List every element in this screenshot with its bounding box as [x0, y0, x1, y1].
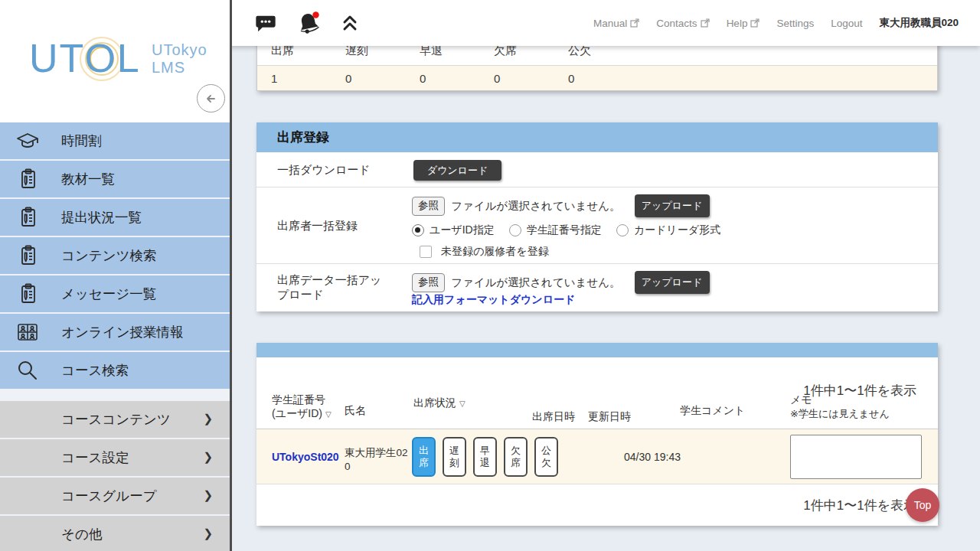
- format-download-link[interactable]: 記入用フォーマットダウンロード: [412, 293, 575, 307]
- username-label: 東大用教職員020: [879, 16, 959, 30]
- column-update-time: 更新日時: [588, 409, 631, 423]
- clipboard-icon: [15, 282, 40, 306]
- sort-icon[interactable]: ▽: [459, 399, 466, 408]
- memo-textarea[interactable]: [790, 435, 922, 479]
- column-memo: メモ ※学生には見えません: [790, 393, 890, 421]
- logo-subtitle: UTokyoLMS: [152, 41, 207, 77]
- attendee-bulk-register-row: 出席者一括登録 参照 ファイルが選択されていません。 アップロード ユーザID指…: [256, 187, 938, 264]
- external-link-icon: [750, 18, 760, 28]
- radio-student-card-number[interactable]: [509, 224, 521, 236]
- topbar-icon-group: [230, 10, 360, 36]
- utol-logo: UTOL UTokyoLMS: [29, 31, 213, 95]
- upload-button[interactable]: アップロード: [635, 271, 710, 294]
- summary-value-row: 1 0 0 0 0: [257, 65, 937, 90]
- attendance-data-upload-row: 出席データ一括アップロード 参照 ファイルが選択されていません。 アップロード …: [256, 264, 938, 311]
- people-grid-icon: [15, 320, 40, 344]
- summary-value-present: 1: [257, 72, 332, 85]
- register-unregistered-checkbox[interactable]: [420, 246, 432, 258]
- status-button-early-leave[interactable]: 早退: [473, 437, 497, 477]
- graduation-cap-icon: [15, 129, 40, 153]
- sidebar-item-content-search[interactable]: コンテンツ検索: [0, 237, 230, 274]
- messages-icon[interactable]: [254, 11, 277, 34]
- settings-link[interactable]: Settings: [776, 18, 814, 29]
- summary-value-late: 0: [332, 72, 406, 85]
- upload-button[interactable]: アップロード: [635, 194, 710, 217]
- sidebar-item-materials[interactable]: 教材一覧: [0, 161, 230, 197]
- sidebar-item-course-group[interactable]: コースグループ ❯: [0, 478, 230, 514]
- student-id-link[interactable]: UTokyoSt020: [272, 451, 339, 463]
- status-button-late[interactable]: 遅刻: [443, 437, 466, 477]
- register-unregistered-checkline: 未登録の履修者を登録: [420, 245, 549, 259]
- download-button[interactable]: ダウンロード: [413, 160, 501, 181]
- status-button-excused[interactable]: 公欠: [534, 437, 558, 477]
- arrow-left-icon: [203, 90, 220, 107]
- update-time-value: 04/30 19:43: [624, 451, 681, 463]
- attendance-register-title: 出席登録: [256, 122, 938, 152]
- status-button-absent[interactable]: 欠席: [504, 437, 528, 477]
- attendance-data-upload-label: 出席データ一括アップロード: [277, 273, 392, 302]
- attendance-register-panel: 出席登録 一括ダウンロード ダウンロード 出席者一括登録 参照 ファイルが選択さ…: [256, 122, 938, 311]
- search-icon: [15, 358, 40, 383]
- browse-file-button[interactable]: 参照: [412, 273, 445, 292]
- student-table-header: 1件中1〜1件を表示 学生証番号 (ユーザID) ▽ 氏名 出席状況 ▽ 出席日…: [256, 357, 938, 429]
- file-select-line: 参照 ファイルが選択されていません。 アップロード: [412, 271, 710, 294]
- external-link-icon: [630, 18, 639, 28]
- browse-file-button[interactable]: 参照: [412, 197, 445, 216]
- student-name: 東大用学生020: [345, 446, 409, 474]
- table-top-band: [256, 343, 938, 357]
- summary-value-absent: 0: [480, 72, 554, 85]
- no-file-selected-text: ファイルが選択されていません。: [451, 276, 621, 290]
- logo-title: UTOL: [29, 35, 141, 81]
- sidebar-item-course-settings[interactable]: コース設定 ❯: [0, 439, 230, 476]
- notifications-bell-icon[interactable]: [296, 10, 322, 36]
- clipboard-icon: [15, 243, 40, 268]
- contacts-link[interactable]: Contacts: [656, 18, 709, 29]
- logout-link[interactable]: Logout: [831, 18, 862, 29]
- sort-icon[interactable]: ▽: [325, 410, 332, 419]
- status-button-present[interactable]: 出席: [412, 437, 436, 477]
- register-unregistered-label[interactable]: 未登録の履修者を登録: [441, 245, 549, 259]
- clipboard-icon: [15, 205, 40, 230]
- student-attendance-table: 1件中1〜1件を表示 学生証番号 (ユーザID) ▽ 氏名 出席状況 ▽ 出席日…: [256, 343, 938, 526]
- status-button-group: 出席 遅刻 早退 欠席 公欠: [412, 437, 558, 477]
- sidebar-item-others[interactable]: その他 ❯: [0, 516, 230, 551]
- chevron-right-icon: ❯: [203, 412, 213, 425]
- radio-user-id[interactable]: [412, 224, 424, 236]
- sidebar-logo-area: UTOL UTokyoLMS: [0, 0, 230, 122]
- column-status[interactable]: 出席状況 ▽: [413, 396, 466, 409]
- student-table-footer: 1件中1〜1件を表示: [256, 484, 938, 526]
- attendee-bulk-register-label: 出席者一括登録: [277, 219, 358, 233]
- column-attend-time: 出席日時: [532, 409, 575, 423]
- help-link[interactable]: Help: [727, 18, 760, 29]
- sidebar-item-message-list[interactable]: メッセージ一覧: [0, 276, 230, 312]
- topbar: Manual Contacts Help Settings Logout 東大用…: [230, 0, 980, 46]
- file-select-line: 参照 ファイルが選択されていません。 アップロード: [412, 194, 710, 217]
- external-link-icon: [701, 18, 710, 28]
- manual-link[interactable]: Manual: [593, 18, 639, 29]
- sidebar-content-divider: [230, 0, 232, 551]
- column-name: 氏名: [345, 403, 366, 417]
- sidebar-item-course-search[interactable]: コース検索: [0, 352, 230, 389]
- sidebar-item-timetable[interactable]: 時間割: [0, 122, 230, 159]
- summary-value-early-leave: 0: [406, 72, 480, 85]
- sidebar: UTOL UTokyoLMS 時間割 教材一覧 提出状況一覧 コンテンツ検索: [0, 0, 230, 551]
- student-row: UTokyoSt020 東大用学生020 出席 遅刻 早退 欠席 公欠 04/3…: [256, 429, 938, 484]
- chevron-right-icon: ❯: [203, 450, 213, 464]
- scroll-to-top-button[interactable]: Top: [906, 488, 939, 522]
- clipboard-icon: [15, 167, 40, 191]
- topbar-links: Manual Contacts Help Settings Logout 東大用…: [593, 16, 980, 30]
- sidebar-item-course-contents[interactable]: コースコンテンツ ❯: [0, 401, 230, 438]
- id-type-radio-group: ユーザID指定 学生証番号指定 カードリーダ形式: [412, 223, 730, 237]
- column-student-comment: 学生コメント: [680, 403, 745, 417]
- column-student-id[interactable]: 学生証番号 (ユーザID) ▽: [272, 393, 332, 420]
- bulk-download-label: 一括ダウンロード: [277, 163, 371, 178]
- collapse-topbar-icon[interactable]: [340, 13, 360, 33]
- sidebar-item-online-class-info[interactable]: オンライン授業情報: [0, 314, 230, 350]
- no-file-selected-text: ファイルが選択されていません。: [451, 199, 621, 214]
- showing-count-text: 1件中1〜1件を表示: [803, 497, 916, 514]
- summary-value-excused: 0: [554, 72, 629, 85]
- radio-card-reader[interactable]: [616, 224, 629, 236]
- bulk-download-row: 一括ダウンロード ダウンロード: [256, 152, 938, 187]
- collapse-sidebar-button[interactable]: [197, 84, 225, 112]
- sidebar-item-submission-status[interactable]: 提出状況一覧: [0, 199, 230, 236]
